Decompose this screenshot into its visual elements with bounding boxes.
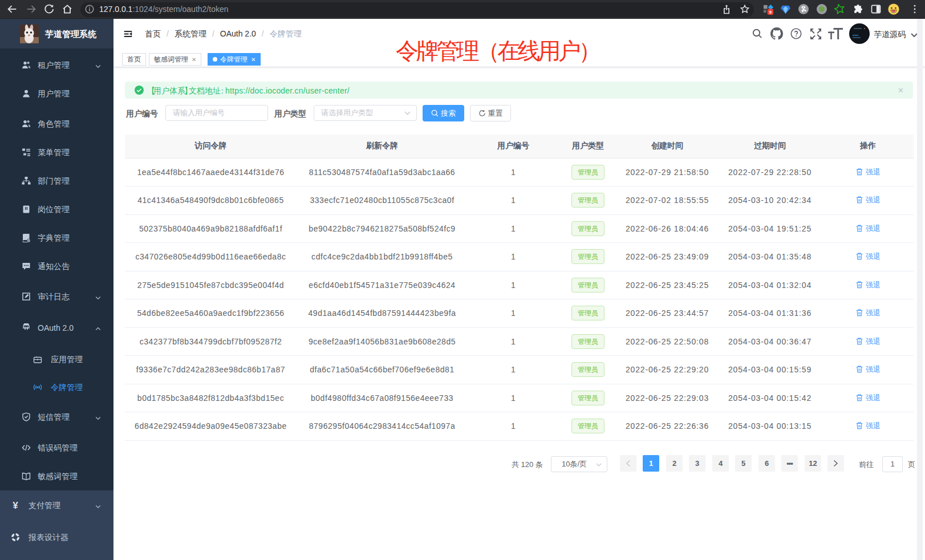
svg-text:¥: ¥ xyxy=(13,501,18,510)
svg-text:9: 9 xyxy=(769,10,772,15)
